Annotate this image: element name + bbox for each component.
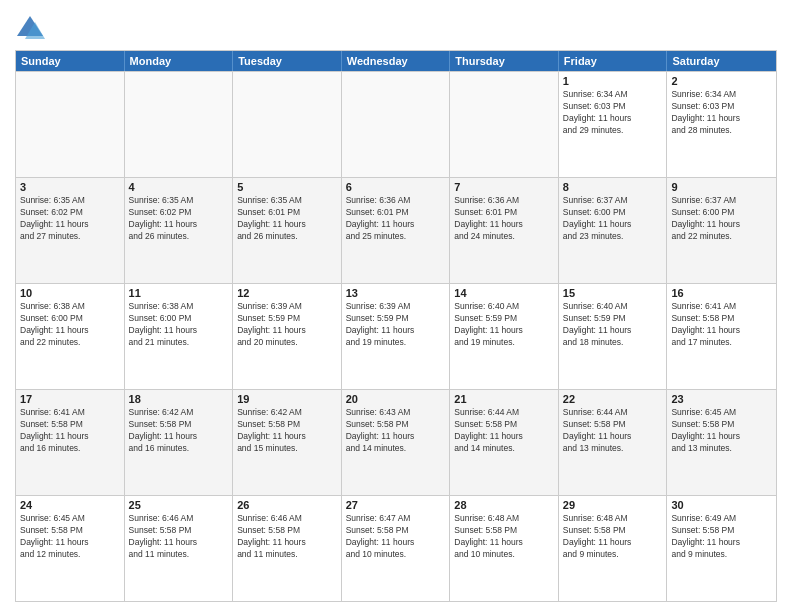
day-number: 10 [20,287,120,299]
calendar-cell: 8Sunrise: 6:37 AM Sunset: 6:00 PM Daylig… [559,178,668,283]
day-info: Sunrise: 6:48 AM Sunset: 5:58 PM Dayligh… [563,513,663,561]
day-info: Sunrise: 6:44 AM Sunset: 5:58 PM Dayligh… [563,407,663,455]
day-number: 25 [129,499,229,511]
day-number: 17 [20,393,120,405]
logo [15,14,49,44]
calendar-cell [16,72,125,177]
day-info: Sunrise: 6:37 AM Sunset: 6:00 PM Dayligh… [671,195,772,243]
calendar-week-row: 1Sunrise: 6:34 AM Sunset: 6:03 PM Daylig… [16,71,776,177]
calendar: SundayMondayTuesdayWednesdayThursdayFrid… [15,50,777,602]
day-number: 29 [563,499,663,511]
day-info: Sunrise: 6:46 AM Sunset: 5:58 PM Dayligh… [129,513,229,561]
day-number: 19 [237,393,337,405]
calendar-cell: 25Sunrise: 6:46 AM Sunset: 5:58 PM Dayli… [125,496,234,601]
day-info: Sunrise: 6:36 AM Sunset: 6:01 PM Dayligh… [454,195,554,243]
calendar-body: 1Sunrise: 6:34 AM Sunset: 6:03 PM Daylig… [16,71,776,601]
day-number: 27 [346,499,446,511]
calendar-week-row: 17Sunrise: 6:41 AM Sunset: 5:58 PM Dayli… [16,389,776,495]
day-info: Sunrise: 6:40 AM Sunset: 5:59 PM Dayligh… [454,301,554,349]
calendar-cell: 26Sunrise: 6:46 AM Sunset: 5:58 PM Dayli… [233,496,342,601]
weekday-header: Saturday [667,51,776,71]
calendar-week-row: 24Sunrise: 6:45 AM Sunset: 5:58 PM Dayli… [16,495,776,601]
day-info: Sunrise: 6:41 AM Sunset: 5:58 PM Dayligh… [671,301,772,349]
day-info: Sunrise: 6:39 AM Sunset: 5:59 PM Dayligh… [346,301,446,349]
calendar-cell [125,72,234,177]
calendar-cell: 5Sunrise: 6:35 AM Sunset: 6:01 PM Daylig… [233,178,342,283]
day-number: 7 [454,181,554,193]
calendar-cell: 6Sunrise: 6:36 AM Sunset: 6:01 PM Daylig… [342,178,451,283]
day-info: Sunrise: 6:42 AM Sunset: 5:58 PM Dayligh… [129,407,229,455]
day-info: Sunrise: 6:39 AM Sunset: 5:59 PM Dayligh… [237,301,337,349]
weekday-header: Thursday [450,51,559,71]
calendar-cell: 24Sunrise: 6:45 AM Sunset: 5:58 PM Dayli… [16,496,125,601]
day-info: Sunrise: 6:37 AM Sunset: 6:00 PM Dayligh… [563,195,663,243]
day-number: 6 [346,181,446,193]
day-number: 9 [671,181,772,193]
calendar-cell: 19Sunrise: 6:42 AM Sunset: 5:58 PM Dayli… [233,390,342,495]
day-info: Sunrise: 6:35 AM Sunset: 6:01 PM Dayligh… [237,195,337,243]
calendar-cell: 2Sunrise: 6:34 AM Sunset: 6:03 PM Daylig… [667,72,776,177]
day-number: 24 [20,499,120,511]
calendar-cell: 13Sunrise: 6:39 AM Sunset: 5:59 PM Dayli… [342,284,451,389]
calendar-week-row: 3Sunrise: 6:35 AM Sunset: 6:02 PM Daylig… [16,177,776,283]
day-info: Sunrise: 6:35 AM Sunset: 6:02 PM Dayligh… [20,195,120,243]
day-info: Sunrise: 6:34 AM Sunset: 6:03 PM Dayligh… [671,89,772,137]
day-number: 30 [671,499,772,511]
calendar-cell [342,72,451,177]
weekday-header: Tuesday [233,51,342,71]
calendar-cell: 7Sunrise: 6:36 AM Sunset: 6:01 PM Daylig… [450,178,559,283]
calendar-cell: 1Sunrise: 6:34 AM Sunset: 6:03 PM Daylig… [559,72,668,177]
day-number: 14 [454,287,554,299]
day-info: Sunrise: 6:36 AM Sunset: 6:01 PM Dayligh… [346,195,446,243]
calendar-cell: 12Sunrise: 6:39 AM Sunset: 5:59 PM Dayli… [233,284,342,389]
day-number: 15 [563,287,663,299]
calendar-cell: 29Sunrise: 6:48 AM Sunset: 5:58 PM Dayli… [559,496,668,601]
calendar-cell: 21Sunrise: 6:44 AM Sunset: 5:58 PM Dayli… [450,390,559,495]
calendar-cell [233,72,342,177]
day-info: Sunrise: 6:47 AM Sunset: 5:58 PM Dayligh… [346,513,446,561]
day-info: Sunrise: 6:49 AM Sunset: 5:58 PM Dayligh… [671,513,772,561]
calendar-cell: 28Sunrise: 6:48 AM Sunset: 5:58 PM Dayli… [450,496,559,601]
weekday-header: Wednesday [342,51,451,71]
calendar-cell: 23Sunrise: 6:45 AM Sunset: 5:58 PM Dayli… [667,390,776,495]
day-number: 2 [671,75,772,87]
day-info: Sunrise: 6:46 AM Sunset: 5:58 PM Dayligh… [237,513,337,561]
weekday-header: Friday [559,51,668,71]
day-info: Sunrise: 6:40 AM Sunset: 5:59 PM Dayligh… [563,301,663,349]
day-info: Sunrise: 6:45 AM Sunset: 5:58 PM Dayligh… [671,407,772,455]
calendar-cell: 17Sunrise: 6:41 AM Sunset: 5:58 PM Dayli… [16,390,125,495]
logo-icon [15,14,45,44]
calendar-cell: 20Sunrise: 6:43 AM Sunset: 5:58 PM Dayli… [342,390,451,495]
calendar-header: SundayMondayTuesdayWednesdayThursdayFrid… [16,51,776,71]
day-number: 18 [129,393,229,405]
day-number: 3 [20,181,120,193]
calendar-cell: 14Sunrise: 6:40 AM Sunset: 5:59 PM Dayli… [450,284,559,389]
calendar-cell [450,72,559,177]
day-number: 8 [563,181,663,193]
calendar-cell: 27Sunrise: 6:47 AM Sunset: 5:58 PM Dayli… [342,496,451,601]
day-number: 5 [237,181,337,193]
calendar-week-row: 10Sunrise: 6:38 AM Sunset: 6:00 PM Dayli… [16,283,776,389]
calendar-cell: 11Sunrise: 6:38 AM Sunset: 6:00 PM Dayli… [125,284,234,389]
day-info: Sunrise: 6:38 AM Sunset: 6:00 PM Dayligh… [129,301,229,349]
day-number: 22 [563,393,663,405]
day-number: 1 [563,75,663,87]
calendar-cell: 22Sunrise: 6:44 AM Sunset: 5:58 PM Dayli… [559,390,668,495]
weekday-header: Sunday [16,51,125,71]
day-info: Sunrise: 6:41 AM Sunset: 5:58 PM Dayligh… [20,407,120,455]
day-info: Sunrise: 6:45 AM Sunset: 5:58 PM Dayligh… [20,513,120,561]
day-number: 21 [454,393,554,405]
day-number: 23 [671,393,772,405]
day-info: Sunrise: 6:43 AM Sunset: 5:58 PM Dayligh… [346,407,446,455]
day-info: Sunrise: 6:44 AM Sunset: 5:58 PM Dayligh… [454,407,554,455]
calendar-cell: 18Sunrise: 6:42 AM Sunset: 5:58 PM Dayli… [125,390,234,495]
calendar-cell: 15Sunrise: 6:40 AM Sunset: 5:59 PM Dayli… [559,284,668,389]
calendar-cell: 3Sunrise: 6:35 AM Sunset: 6:02 PM Daylig… [16,178,125,283]
day-number: 20 [346,393,446,405]
day-info: Sunrise: 6:34 AM Sunset: 6:03 PM Dayligh… [563,89,663,137]
day-number: 11 [129,287,229,299]
day-info: Sunrise: 6:42 AM Sunset: 5:58 PM Dayligh… [237,407,337,455]
weekday-header: Monday [125,51,234,71]
calendar-cell: 4Sunrise: 6:35 AM Sunset: 6:02 PM Daylig… [125,178,234,283]
day-number: 16 [671,287,772,299]
